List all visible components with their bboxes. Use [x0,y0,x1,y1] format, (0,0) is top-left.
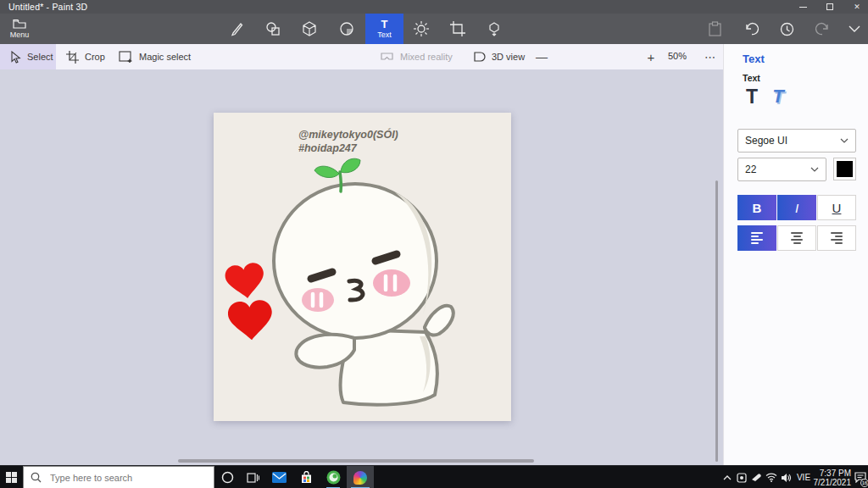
paste-icon [708,21,722,36]
italic-label: I [795,201,798,215]
tray-square-app-icon [737,473,747,483]
canvas-tool-button[interactable] [442,19,473,39]
history-clock-icon [779,21,795,37]
font-size-value: 22 [745,164,756,175]
pen-device-icon [751,474,762,482]
zoom-out-button[interactable]: — [533,47,550,66]
3d-library-button[interactable] [479,19,509,39]
crop-tool-button[interactable]: Crop [61,44,105,69]
cortana-button[interactable] [214,466,240,488]
color-chip-black [837,161,853,177]
paste-button-disabled[interactable] [699,19,730,39]
zoom-in-button[interactable]: + [643,47,659,66]
language-indicator[interactable]: VIE [793,466,814,488]
magic-select-label: Magic select [139,52,191,62]
task-view-button[interactable] [240,466,265,488]
undo-icon [743,21,760,36]
expand-ribbon-button[interactable] [839,19,868,39]
tray-pen-icon[interactable] [748,466,764,488]
magic-select-button[interactable]: Magic select [114,44,191,69]
3d-view-icon [473,51,486,63]
paint3d-app-button-active[interactable] [347,466,374,488]
more-options-button[interactable]: ⋯ [700,47,721,66]
align-right-button[interactable] [817,225,856,251]
select-tool-button[interactable]: Select [0,44,56,69]
crop-icon [66,51,79,64]
window-title: Untitled* - Paint 3D [8,2,87,12]
zoom-level-value[interactable]: 50% [668,51,687,61]
maximize-icon [826,3,833,10]
text-tool-button-selected[interactable]: T Text [365,14,403,44]
wifi-icon[interactable] [764,466,778,488]
3d-view-button[interactable]: 3D view [473,44,525,69]
drawing-canvas[interactable]: @mikeytokyo0(SÓI) #hoidap247 [214,113,511,421]
align-left-button-active[interactable] [737,225,776,251]
canvas-signature-line1: @mikeytokyo0(SÓI) [298,128,398,141]
2d-text-button[interactable]: T [739,83,765,110]
bold-button-active[interactable]: B [737,195,776,220]
text-side-panel: Text Text T T Segoe UI 22 B I U [723,44,868,465]
2d-shapes-tool-button[interactable] [258,19,288,39]
effects-tool-button[interactable] [406,19,437,39]
close-button[interactable]: ✕ [846,0,868,14]
stickers-tool-button[interactable] [331,19,362,39]
font-family-value: Segoe UI [745,135,787,147]
brushes-tool-button[interactable] [221,19,252,39]
chevron-up-icon [723,475,732,480]
clock[interactable]: 7:37 PM 7/21/2021 [814,466,853,488]
menu-label: Menu [10,30,30,39]
3d-shapes-tool-button[interactable] [294,19,325,39]
start-button[interactable] [0,466,23,488]
tray-show-hidden-button[interactable] [721,466,734,488]
taskbar-search[interactable] [23,466,214,488]
coccoc-icon [326,470,341,485]
menu-button[interactable]: Menu [0,14,39,44]
search-input[interactable] [48,472,192,484]
select-label: Select [27,52,53,62]
italic-button-active[interactable]: I [777,195,816,220]
canvas-drawing: @mikeytokyo0(SÓI) #hoidap247 [214,113,511,421]
tray-app-icon[interactable] [734,466,748,488]
text-color-swatch[interactable] [833,158,856,180]
history-button[interactable] [771,19,802,39]
speaker-icon [781,473,792,483]
paint3d-window: Untitled* - Paint 3D ✕ Menu T Text [0,0,868,488]
font-family-dropdown[interactable]: Segoe UI [737,129,856,152]
ribbon-toolbar: Menu T Text [0,14,868,44]
2d-text-icon: T [746,86,758,108]
paint3d-icon [353,471,367,485]
redo-icon [815,21,831,36]
3d-text-button[interactable]: T [765,83,792,110]
titlebar: Untitled* - Paint 3D ✕ [0,0,868,14]
2d-shapes-icon [264,20,281,37]
underline-label: U [832,201,842,215]
menu-icon [13,19,26,29]
font-size-dropdown[interactable]: 22 [737,158,826,181]
volume-icon[interactable] [778,466,793,488]
3d-shapes-icon [301,20,318,37]
task-view-icon [247,472,259,484]
minimize-button[interactable] [792,0,814,14]
undo-button[interactable] [736,19,766,39]
panel-heading: Text [743,53,765,65]
3d-text-icon: T [772,86,783,108]
action-center-button[interactable]: 16 [853,466,868,488]
align-center-button[interactable] [777,225,816,251]
horizontal-scrollbar[interactable] [178,459,534,463]
maximize-button[interactable] [819,0,841,14]
mixed-reality-label: Mixed reality [400,52,453,62]
align-right-icon [831,232,843,244]
brush-icon [228,20,245,37]
effects-sun-icon [413,20,430,37]
plus-icon: + [648,50,655,64]
vertical-scrollbar[interactable] [715,180,718,462]
coccoc-browser-button[interactable] [320,466,347,488]
close-icon: ✕ [854,3,860,11]
underline-button[interactable]: U [817,195,856,220]
mixed-reality-button-disabled[interactable]: Mixed reality [380,44,453,69]
mail-app-button[interactable] [265,466,292,488]
redo-button-disabled[interactable] [807,19,837,39]
windows-logo-icon [6,472,17,483]
notification-badge: 16 [860,479,868,487]
microsoft-store-button[interactable] [292,466,320,488]
